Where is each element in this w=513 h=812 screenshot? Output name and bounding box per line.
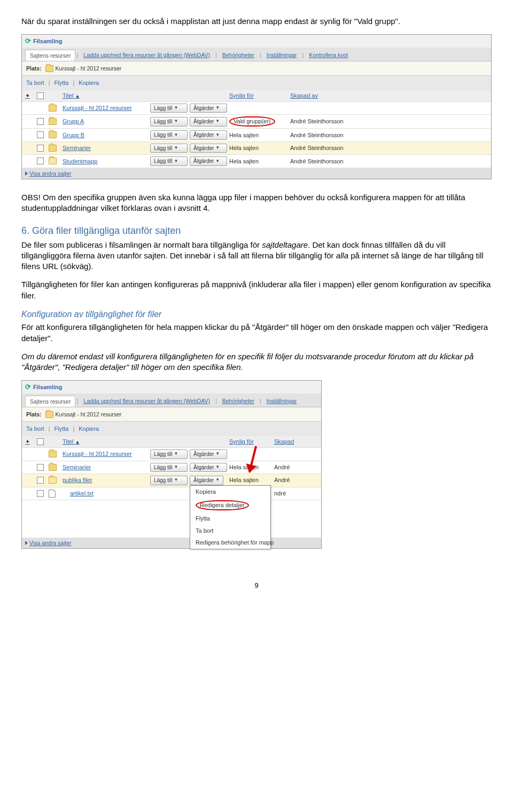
menu-item-copy[interactable]: Kopiera (190, 486, 270, 498)
row-name[interactable]: Seminarier (63, 144, 148, 152)
show-other-sites-link[interactable]: Visa andra sajter (22, 168, 491, 179)
actions-dropdown[interactable]: Åtgärder▼ Kopiera Redigera detaljer Flyt… (190, 476, 227, 485)
refresh-icon: ⟳ (25, 36, 31, 46)
visible-for-value: Hela sajten (229, 476, 272, 484)
dropdown-caret-icon: ▼ (215, 132, 220, 138)
actions-button[interactable]: Åtgärder▼ (190, 144, 227, 153)
add-button[interactable]: Lägg till▼ (150, 104, 188, 113)
action-copy[interactable]: Kopiera (79, 79, 99, 87)
table-row: Grupp A Lägg till▼ Åtgärder▼ Vald grupp(… (22, 115, 491, 129)
divider: | (49, 79, 50, 87)
row-checkbox[interactable] (37, 145, 44, 152)
action-move[interactable]: Flytta (55, 79, 69, 87)
add-button[interactable]: Lägg till▼ (150, 130, 188, 140)
add-button[interactable]: Lägg till▼ (150, 476, 188, 485)
table-header: ✦ Titel ▲ Synlig för Skapad av (22, 90, 491, 102)
author-value: André Steinthorsson (290, 144, 370, 152)
row-name[interactable]: Studentmapp (63, 157, 148, 165)
row-checkbox[interactable] (37, 157, 44, 164)
visible-for-value: Hela sajten (229, 131, 288, 139)
actions-button[interactable]: Åtgärder▼ (190, 130, 227, 140)
row-name[interactable]: artikel.txt (63, 490, 148, 498)
divider: | (73, 79, 74, 87)
dropdown-caret-icon: ▼ (215, 159, 220, 164)
row-checkbox[interactable] (37, 490, 44, 497)
col-title[interactable]: Titel ▲ (63, 92, 148, 100)
row-name[interactable]: Seminarier (63, 463, 148, 471)
actions-button[interactable]: Åtgärder▼ (190, 463, 227, 472)
folder-icon (45, 411, 53, 418)
tab-webdav[interactable]: Ladda upp/ned flera resurser åt gången (… (79, 50, 214, 61)
select-all-checkbox[interactable] (37, 92, 44, 99)
expand-icon (25, 171, 28, 176)
dropdown-caret-icon: ▼ (174, 159, 178, 164)
actions-button[interactable]: Åtgärder▼ (190, 476, 223, 485)
action-copy[interactable]: Kopiera (79, 425, 99, 433)
col-created-by[interactable]: Skapad (274, 438, 306, 446)
add-button[interactable]: Lägg till▼ (150, 463, 188, 472)
author-value: André Steinthorsson (290, 117, 370, 125)
col-title[interactable]: Titel ▲ (63, 438, 148, 446)
divider: | (214, 396, 218, 407)
table-row: Studentmapp Lägg till▼ Åtgärder▼ Hela sa… (22, 155, 491, 168)
visible-for-value: Hela sajten (229, 144, 288, 152)
dropdown-caret-icon: ▼ (215, 464, 220, 470)
add-button[interactable]: Lägg till▼ (150, 450, 188, 459)
row-checkbox[interactable] (37, 464, 44, 471)
row-name[interactable]: Kurssajt - ht 2012 resurser (63, 450, 148, 458)
app-titlebar: ⟳ Filsamling (22, 35, 491, 48)
add-button[interactable]: Lägg till▼ (150, 156, 188, 166)
actions-button[interactable]: Åtgärder▼ (190, 156, 227, 166)
row-name[interactable]: Grupp B (63, 131, 148, 139)
dropdown-caret-icon: ▼ (174, 477, 178, 483)
select-all-checkbox[interactable] (37, 438, 44, 445)
col-visible-for[interactable]: Synlig för (229, 92, 288, 100)
row-name[interactable]: Grupp A (63, 117, 148, 125)
add-button[interactable]: Lägg till▼ (150, 144, 188, 153)
tab-behorigheter[interactable]: Behörigheter (218, 50, 259, 61)
folder-icon (49, 145, 57, 152)
divider: | (75, 396, 79, 407)
row-name[interactable]: Kurssajt - ht 2012 resurser (63, 104, 148, 112)
row-checkbox[interactable] (37, 477, 44, 484)
action-delete[interactable]: Ta bort (26, 425, 44, 433)
divider: | (259, 396, 262, 407)
plats-value: Kurssajt - ht 2012 resurser (56, 65, 122, 72)
actions-button[interactable]: Åtgärder▼ (190, 450, 227, 459)
table-row: Kurssajt - ht 2012 resurser Lägg till▼ Å… (22, 102, 491, 115)
actions-button[interactable]: Åtgärder▼ (190, 104, 227, 113)
row-checkbox[interactable] (37, 131, 44, 138)
divider: | (49, 425, 50, 433)
row-name[interactable]: publika filer (63, 476, 148, 484)
dropdown-caret-icon: ▼ (174, 105, 178, 111)
actions-menu: Kopiera Redigera detaljer Flytta Ta bort… (190, 485, 271, 549)
subsection-heading: Konfiguration av tillgänglighet för file… (21, 309, 492, 320)
tab-installningar[interactable]: Inställningar (262, 50, 301, 61)
screenshot-filsamling-2: ⟳ Filsamling Sajtens resurser | Ladda up… (21, 380, 322, 549)
tab-bar: Sajtens resurser | Ladda upp/ned flera r… (22, 48, 491, 61)
tab-installningar[interactable]: Inställningar (262, 396, 301, 407)
tab-behorigheter[interactable]: Behörigheter (218, 396, 259, 407)
action-delete[interactable]: Ta bort (26, 79, 44, 87)
col-visible-for[interactable]: Synlig för (229, 438, 272, 446)
action-move[interactable]: Flytta (55, 425, 69, 433)
plats-value: Kurssajt - ht 2012 resurser (56, 411, 122, 418)
author-value: André Steinthorsson (290, 131, 370, 139)
table-row: Kurssajt - ht 2012 resurser Lägg till▼ Å… (22, 448, 321, 461)
tab-webdav[interactable]: Ladda upp/ned flera resurser åt gången (… (79, 396, 214, 407)
add-button[interactable]: Lägg till▼ (150, 117, 188, 127)
col-created-by[interactable]: Skapad av (290, 92, 370, 100)
subsection-paragraph-1: För att konfigurera tillgängligheten för… (21, 322, 492, 344)
tab-sajtens-resurser[interactable]: Sajtens resurser (25, 396, 75, 407)
tab-kontrollera-kvot[interactable]: Kontrollera kvot (305, 50, 352, 61)
expand-icon (25, 541, 28, 545)
tab-sajtens-resurser[interactable]: Sajtens resurser (25, 50, 75, 61)
row-checkbox[interactable] (37, 118, 44, 125)
menu-item-edit-permissions[interactable]: Redigera behörighet för mapp (190, 537, 270, 549)
divider: | (259, 50, 262, 61)
show-other-sites-link[interactable]: Visa andra sajter (22, 538, 321, 548)
menu-item-edit-details[interactable]: Redigera detaljer (190, 498, 270, 513)
menu-item-move[interactable]: Flytta (190, 513, 270, 525)
menu-item-delete[interactable]: Ta bort (190, 525, 270, 537)
actions-button[interactable]: Åtgärder▼ (190, 117, 227, 127)
